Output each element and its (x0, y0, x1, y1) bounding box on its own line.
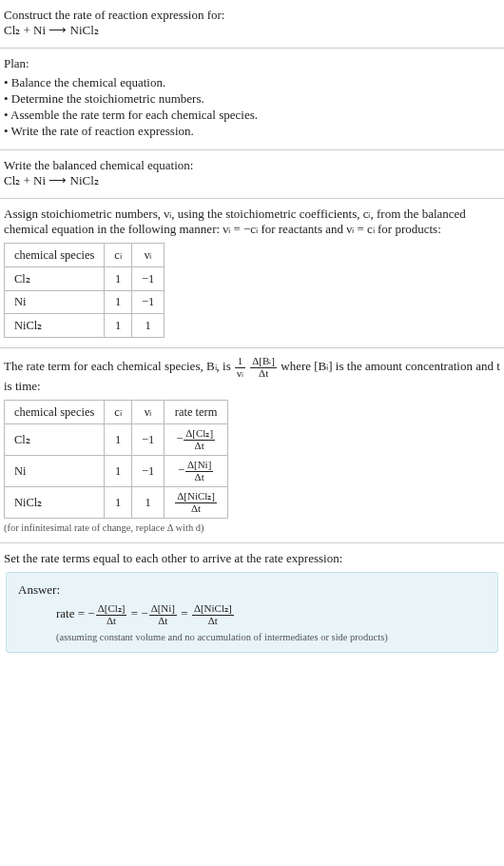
table-row: Ni 1 −1 −Δ[Ni]Δt (5, 456, 228, 487)
rate-term-table: chemical species cᵢ νᵢ rate term Cl₂ 1 −… (4, 400, 228, 519)
plan-list: • Balance the chemical equation. • Deter… (4, 75, 500, 139)
rate-term-section: The rate term for each chemical species,… (0, 348, 504, 543)
plan-item: • Balance the chemical equation. (4, 75, 500, 90)
cell-species: NiCl₂ (5, 314, 105, 338)
cell-species: Cl₂ (5, 424, 105, 456)
cell-species: Ni (5, 456, 105, 487)
cell-vi: 1 (131, 487, 164, 519)
balanced-section: Write the balanced chemical equation: Cl… (0, 150, 504, 199)
final-intro: Set the rate terms equal to each other t… (4, 551, 500, 566)
answer-box: Answer: rate = −Δ[Cl₂]Δt = −Δ[Ni]Δt = Δ[… (6, 572, 498, 653)
rate-term-intro: The rate term for each chemical species,… (4, 356, 500, 394)
cell-rate-term: −Δ[Ni]Δt (165, 456, 228, 487)
rate-term-note: (for infinitesimal rate of change, repla… (4, 522, 500, 533)
cell-rate-term: Δ[NiCl₂]Δt (165, 487, 228, 519)
rate-term-frac-coef: 1νᵢ (235, 356, 245, 379)
col-ci: cᵢ (105, 401, 132, 424)
col-vi: νᵢ (131, 401, 164, 424)
cell-ci: 1 (105, 267, 132, 291)
cell-vi: −1 (131, 456, 164, 487)
cell-ci: 1 (105, 456, 132, 487)
stoich-section: Assign stoichiometric numbers, νᵢ, using… (0, 199, 504, 348)
cell-vi: −1 (131, 424, 164, 456)
answer-label: Answer: (18, 582, 486, 598)
table-row: NiCl₂ 1 1 (5, 314, 165, 338)
table-row: Cl₂ 1 −1 −Δ[Cl₂]Δt (5, 424, 228, 456)
rate-term-intro-a: The rate term for each chemical species,… (4, 359, 234, 373)
cell-ci: 1 (105, 291, 132, 314)
prompt-equation: Cl₂ + Ni ⟶ NiCl₂ (4, 23, 500, 38)
col-species: chemical species (5, 401, 105, 424)
balanced-equation: Cl₂ + Ni ⟶ NiCl₂ (4, 173, 500, 188)
answer-note: (assuming constant volume and no accumul… (56, 632, 486, 642)
plan-section: Plan: • Balance the chemical equation. •… (0, 49, 504, 150)
cell-rate-term: −Δ[Cl₂]Δt (165, 424, 228, 456)
table-header-row: chemical species cᵢ νᵢ (5, 244, 165, 267)
cell-ci: 1 (105, 424, 132, 456)
col-rate-term: rate term (165, 401, 228, 424)
cell-species: Ni (5, 291, 105, 314)
cell-vi: 1 (131, 314, 164, 338)
table-row: Cl₂ 1 −1 (5, 267, 165, 291)
table-row: Ni 1 −1 (5, 291, 165, 314)
rate-expression: rate = −Δ[Cl₂]Δt = −Δ[Ni]Δt = Δ[NiCl₂]Δt (56, 603, 486, 626)
cell-species: Cl₂ (5, 267, 105, 291)
col-ci: cᵢ (105, 244, 132, 267)
balanced-intro: Write the balanced chemical equation: (4, 158, 500, 173)
rate-frac-nicl2: Δ[NiCl₂]Δt (192, 603, 234, 626)
rate-frac-ni: Δ[Ni]Δt (149, 603, 177, 626)
rate-term-frac-dconc: Δ[Bᵢ]Δt (250, 356, 277, 379)
final-section: Set the rate terms equal to each other t… (0, 543, 504, 666)
col-species: chemical species (5, 244, 105, 267)
rate-label: rate = (56, 606, 87, 620)
col-vi: νᵢ (131, 244, 164, 267)
cell-ci: 1 (105, 487, 132, 519)
plan-item: • Write the rate of reaction expression. (4, 124, 500, 139)
stoich-table: chemical species cᵢ νᵢ Cl₂ 1 −1 Ni 1 −1 … (4, 243, 165, 338)
cell-species: NiCl₂ (5, 487, 105, 519)
table-row: NiCl₂ 1 1 Δ[NiCl₂]Δt (5, 487, 228, 519)
stoich-intro: Assign stoichiometric numbers, νᵢ, using… (4, 207, 500, 237)
cell-vi: −1 (131, 267, 164, 291)
plan-item: • Assemble the rate term for each chemic… (4, 108, 500, 123)
cell-vi: −1 (131, 291, 164, 314)
plan-item: • Determine the stoichiometric numbers. (4, 91, 500, 107)
prompt-text: Construct the rate of reaction expressio… (4, 8, 500, 23)
prompt-section: Construct the rate of reaction expressio… (0, 0, 504, 49)
plan-title: Plan: (4, 56, 500, 71)
cell-ci: 1 (105, 314, 132, 338)
rate-frac-cl2: Δ[Cl₂]Δt (96, 603, 127, 626)
table-header-row: chemical species cᵢ νᵢ rate term (5, 401, 228, 424)
